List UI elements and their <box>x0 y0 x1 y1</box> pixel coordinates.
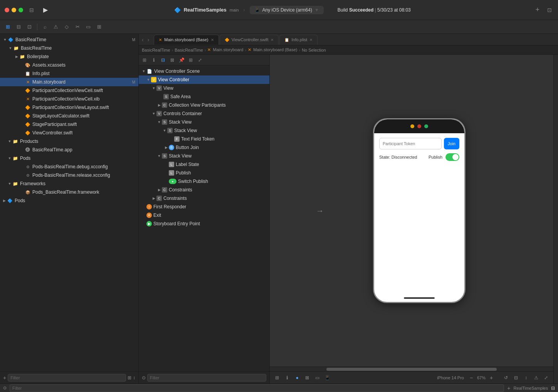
back-button[interactable]: ‹ <box>140 36 145 44</box>
sidebar-item-products-group[interactable]: ▼ 📁 Products <box>0 137 138 146</box>
hscroll-thumb[interactable] <box>326 368 497 371</box>
refresh-icon[interactable]: ↺ <box>502 374 510 382</box>
device-selector[interactable]: 📱 Any iOS Device (arm64) ▼ <box>250 6 324 14</box>
sidebar-item-viewcontroller-swift[interactable]: ▶ 🔶 ViewController.swift <box>0 129 138 137</box>
sidebar-item-boilerplate[interactable]: ▶ 📁 Boilerplate <box>0 52 138 61</box>
outline-item-switch-publish[interactable]: ▶ ● Switch Publish <box>139 177 269 186</box>
breadcrumb-no-selection[interactable]: No Selection <box>302 48 326 52</box>
filter-sort-icon[interactable]: ↕ <box>133 375 135 380</box>
outline-item-first-responder[interactable]: ▶ ! First Responder <box>139 203 269 211</box>
navigator-toggle-icon[interactable]: ⊞ <box>3 22 12 32</box>
sidebar-item-stage-participant-swift[interactable]: ▶ 🔶 StageParticipant.swift <box>0 120 138 129</box>
breadcrumb-item-4[interactable]: ✕ Main.storyboard (Base) <box>248 47 297 52</box>
run-button[interactable]: ▶ <box>40 5 51 15</box>
diamond-icon[interactable]: ◇ <box>62 22 71 32</box>
warning-icon[interactable]: ⚠ <box>51 22 61 32</box>
sidebar-item-debug-xcconfig[interactable]: ▶ ⚙ Pods-BasicRealTime.debug.xcconfig <box>0 162 138 171</box>
sidebar-item-basic-realtime-group[interactable]: ▼ 📁 BasicRealTime <box>0 44 138 52</box>
tab-main-storyboard[interactable]: ✕ Main.storyboard (Base) ✕ <box>154 35 218 45</box>
outline-pin-icon[interactable]: 📌 <box>177 56 186 64</box>
outline-item-stack-view-3[interactable]: ▼ S Stack View <box>139 152 269 160</box>
breadcrumb-item-3[interactable]: ✕ Main.storyboard <box>207 47 243 52</box>
sidebar-item-project-root[interactable]: ▼ 🔷 BasicRealTime M <box>0 35 138 44</box>
outline-item-stack-view-1[interactable]: ▼ S Stack View <box>139 118 269 126</box>
canvas-frame-icon[interactable]: ▭ <box>313 374 321 382</box>
tab-close-icon[interactable]: ✕ <box>211 38 214 42</box>
outline-item-entry-point[interactable]: ▶ ▶ Storyboard Entry Point <box>139 219 269 228</box>
layout-toggle-button[interactable]: ⊡ <box>546 5 553 15</box>
publish-toggle[interactable] <box>445 153 459 161</box>
tab-infoplist[interactable]: 📋 Info.plist ✕ <box>279 35 318 45</box>
zoom-out-icon[interactable]: − <box>467 374 476 382</box>
outline-item-constraints-1[interactable]: ▶ C Constraints <box>139 186 269 194</box>
outline-grid-icon[interactable]: ⊠ <box>168 56 176 64</box>
tab-viewcontroller-swift[interactable]: 🔶 ViewController.swift ✕ <box>220 35 279 45</box>
shape-icon[interactable]: ▭ <box>84 22 93 32</box>
canvas-grid-icon[interactable]: ⊠ <box>303 374 311 382</box>
sidebar-item-participant-cell-swift[interactable]: ▶ 🔶 ParticipantCollectionViewCell.swift <box>0 86 138 95</box>
outline-item-constraints-2[interactable]: ▶ C Constraints <box>139 194 269 203</box>
status-right-icon[interactable]: ⊟ <box>551 385 555 391</box>
outline-item-textfield-token[interactable]: ▶ F Text Field Token <box>139 135 269 143</box>
outline-item-stack-view-2[interactable]: ▼ S Stack View <box>139 126 269 135</box>
outline-zoom-icon[interactable]: ⤢ <box>196 56 204 64</box>
canvas-active-icon[interactable]: ● <box>293 374 301 382</box>
add-button[interactable]: + <box>534 4 541 15</box>
outline-settings-icon[interactable]: ⊞ <box>187 56 195 64</box>
sidebar-item-layout-swift[interactable]: ▶ 🔶 ParticipantCollectionViewLayout.swif… <box>0 103 138 112</box>
outline-hierarchy-icon[interactable]: ⊟ <box>159 56 167 64</box>
resolve-icon[interactable]: ⚠ <box>532 374 540 382</box>
outline-item-vc[interactable]: ▼ V View Controller <box>139 75 269 84</box>
filter-options-icon[interactable]: ⊞ <box>128 375 131 380</box>
canvas-layout-icon[interactable]: ⊞ <box>273 374 281 382</box>
hierarchy-icon[interactable]: ⊟ <box>14 22 23 32</box>
outline-item-exit[interactable]: ▶ ✕ Exit <box>139 211 269 219</box>
sidebar-item-pods-group[interactable]: ▼ 📁 Pods <box>0 154 138 162</box>
outline-info-icon[interactable]: ℹ <box>150 56 158 64</box>
git-icon[interactable]: ⊡ <box>25 22 34 32</box>
zoom-in-icon[interactable]: + <box>487 374 496 382</box>
outline-view-icon[interactable]: ⊞ <box>140 56 149 64</box>
status-filter-input[interactable] <box>10 384 504 392</box>
outline-item-safe-area[interactable]: ▶ S Safe Area <box>139 92 269 101</box>
tab-close-icon[interactable]: ✕ <box>309 38 313 42</box>
outline-item-button-join[interactable]: ▶ B Button Join <box>139 143 269 152</box>
canvas-device-icon[interactable]: 📱 <box>323 374 331 382</box>
sidebar-item-main-storyboard[interactable]: ▶ ✕ Main.storyboard M <box>0 78 138 86</box>
minimize-button[interactable] <box>12 8 16 12</box>
tab-close-icon[interactable]: ✕ <box>271 38 274 42</box>
breadcrumb-item-2[interactable]: BasicRealTime <box>175 48 203 52</box>
sidebar-item-app[interactable]: ▶ 🅐 BasicRealTime.app <box>0 146 138 154</box>
sidebar-item-infoplist[interactable]: ▶ 📋 Info.plist <box>0 69 138 78</box>
canvas-zoom-fit-icon[interactable]: ⤢ <box>542 374 550 382</box>
maximize-button[interactable] <box>18 8 23 12</box>
sidebar-item-participant-cell-xib[interactable]: ▶ ✕ ParticipantCollectionViewCell.xib <box>0 95 138 103</box>
search-icon[interactable]: ⌕ <box>40 22 50 32</box>
forward-button[interactable]: › <box>146 36 151 44</box>
breadcrumb-item-1[interactable]: BasicRealTime <box>142 48 170 52</box>
canvas-horizontal-scrollbar[interactable] <box>270 367 553 371</box>
grid-icon[interactable]: ⊞ <box>94 22 104 32</box>
sidebar-item-frameworks-group[interactable]: ▼ 📁 Frameworks <box>0 179 138 188</box>
outline-item-view[interactable]: ▼ V View <box>139 84 269 92</box>
scissors-icon[interactable]: ✂ <box>73 22 82 32</box>
outline-item-publish-label[interactable]: ▶ L Publish <box>139 169 269 177</box>
right-scrollbar[interactable] <box>553 55 558 384</box>
sidebar-toggle-button[interactable]: ⊟ <box>28 5 35 15</box>
participant-token-input[interactable] <box>379 138 442 149</box>
sidebar-item-release-xcconfig[interactable]: ▶ ⚙ Pods-BasicRealTime.release.xcconfig <box>0 171 138 179</box>
join-button[interactable]: Join <box>444 138 459 149</box>
close-button[interactable] <box>5 8 9 12</box>
status-add-icon[interactable]: + <box>507 385 510 391</box>
outline-item-vc-scene[interactable]: ▼ 📄 View Controller Scene <box>139 67 269 75</box>
sidebar-item-pods-root[interactable]: ▶ 🔷 Pods <box>0 196 138 205</box>
sidebar-filter-input[interactable] <box>8 374 126 382</box>
outline-filter-input[interactable] <box>147 374 266 382</box>
arrange-icon[interactable]: ⊟ <box>512 374 520 382</box>
canvas-info-icon[interactable]: ℹ <box>283 374 291 382</box>
canvas-content[interactable]: → Join <box>270 55 553 367</box>
add-item-icon[interactable]: + <box>3 375 6 381</box>
outline-item-label-state[interactable]: ▶ L Label State <box>139 160 269 169</box>
sidebar-item-framework[interactable]: ▶ 📦 Pods_BasicRealTime.framework <box>0 188 138 196</box>
sidebar-item-assets[interactable]: ▶ 🎨 Assets.xcassets <box>0 61 138 69</box>
